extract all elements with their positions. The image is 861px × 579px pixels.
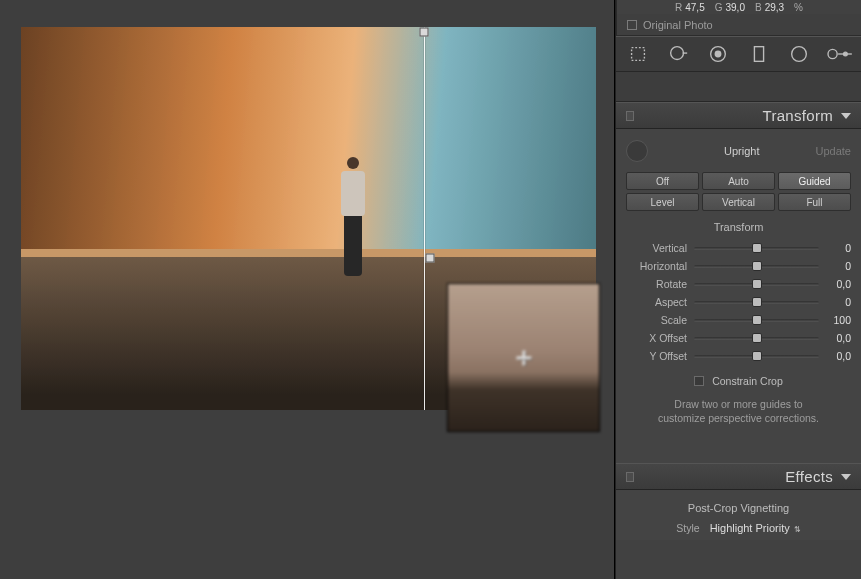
svg-rect-5 [754,47,763,62]
checkbox-icon [694,376,704,386]
slider-value: 0,0 [819,350,851,362]
slider-thumb[interactable] [752,315,762,325]
slider-value: 0 [819,296,851,308]
panel-switch-icon[interactable] [626,472,634,482]
transform-panel-body: Upright Update Off Auto Guided Level Ver… [616,129,861,439]
transform-panel-header[interactable]: Transform [616,102,861,129]
chevron-down-icon [841,474,851,480]
slider-value: 0 [819,242,851,254]
slider-aspect[interactable]: Aspect0 [626,293,851,311]
upright-guided-button[interactable]: Guided [778,172,851,190]
vignette-style-dropdown[interactable]: Highlight Priority⇅ [710,522,801,534]
svg-point-7 [828,49,837,58]
upright-guide-line[interactable] [424,27,425,410]
upright-off-button[interactable]: Off [626,172,699,190]
svg-point-9 [844,52,848,56]
radial-filter-tool[interactable] [781,39,817,69]
slider-track[interactable] [694,283,819,286]
rgb-readout: R47,5 G39,0 B29,3 % [617,0,861,14]
svg-point-1 [671,47,684,60]
slider-vertical[interactable]: Vertical0 [626,239,851,257]
slider-label: Scale [626,314,694,326]
right-panel: R47,5 G39,0 B29,3 % Original Photo [615,0,861,579]
slider-value: 0 [819,260,851,272]
effects-panel-body: Post-Crop Vignetting Style Highlight Pri… [616,490,861,540]
crop-tool[interactable] [620,39,656,69]
slider-label: Vertical [626,242,694,254]
crosshair-icon [516,350,531,365]
slider-thumb[interactable] [752,279,762,289]
panel-switch-icon[interactable] [626,111,634,121]
redeye-tool[interactable] [700,39,736,69]
slider-label: Aspect [626,296,694,308]
slider-horizontal[interactable]: Horizontal0 [626,257,851,275]
svg-rect-0 [632,48,645,61]
guide-handle-top[interactable] [419,27,428,36]
slider-track[interactable] [694,319,819,322]
slider-scale[interactable]: Scale100 [626,311,851,329]
upright-hint: Draw two or more guides to customize per… [626,397,851,425]
transform-title: Transform [763,107,834,124]
svg-point-6 [791,47,806,62]
slider-value: 0,0 [819,278,851,290]
checkbox-icon [627,20,637,30]
effects-panel-header[interactable]: Effects [616,463,861,490]
upright-full-button[interactable]: Full [778,193,851,211]
image-viewport[interactable] [0,0,615,579]
upright-vertical-button[interactable]: Vertical [702,193,775,211]
guide-handle-mid[interactable] [426,254,435,263]
vignette-subtitle: Post-Crop Vignetting [626,502,851,514]
original-photo-toggle[interactable]: Original Photo [617,14,861,36]
slider-y-offset[interactable]: Y Offset0,0 [626,347,851,365]
upright-mode-buttons: Off Auto Guided Level Vertical Full [626,172,851,211]
upright-auto-button[interactable]: Auto [702,172,775,190]
constrain-crop-toggle[interactable]: Constrain Crop [626,375,851,387]
spot-removal-tool[interactable] [660,39,696,69]
upright-level-button[interactable]: Level [626,193,699,211]
slider-value: 100 [819,314,851,326]
upright-label: Upright [668,145,816,157]
transform-subtitle: Transform [626,221,851,233]
slider-thumb[interactable] [752,351,762,361]
original-photo-label: Original Photo [643,19,713,31]
loupe-preview [447,283,600,432]
graduated-filter-tool[interactable] [741,39,777,69]
slider-track[interactable] [694,265,819,268]
adjustment-brush-tool[interactable] [821,39,857,69]
slider-x-offset[interactable]: X Offset0,0 [626,329,851,347]
slider-thumb[interactable] [752,243,762,253]
slider-track[interactable] [694,247,819,250]
slider-track[interactable] [694,301,819,304]
slider-label: Horizontal [626,260,694,272]
chevron-down-icon [841,113,851,119]
constrain-crop-label: Constrain Crop [712,375,783,387]
slider-label: Y Offset [626,350,694,362]
svg-point-4 [716,51,722,57]
slider-track[interactable] [694,337,819,340]
tool-strip [616,36,861,72]
upright-reanalyze-button[interactable] [626,140,648,162]
effects-title: Effects [785,468,833,485]
upright-update-button[interactable]: Update [816,145,851,157]
slider-label: Rotate [626,278,694,290]
slider-thumb[interactable] [752,261,762,271]
updown-icon: ⇅ [794,525,801,534]
slider-thumb[interactable] [752,333,762,343]
slider-label: X Offset [626,332,694,344]
slider-value: 0,0 [819,332,851,344]
slider-track[interactable] [694,355,819,358]
slider-rotate[interactable]: Rotate0,0 [626,275,851,293]
vignette-style-label: Style [676,522,699,534]
slider-thumb[interactable] [752,297,762,307]
